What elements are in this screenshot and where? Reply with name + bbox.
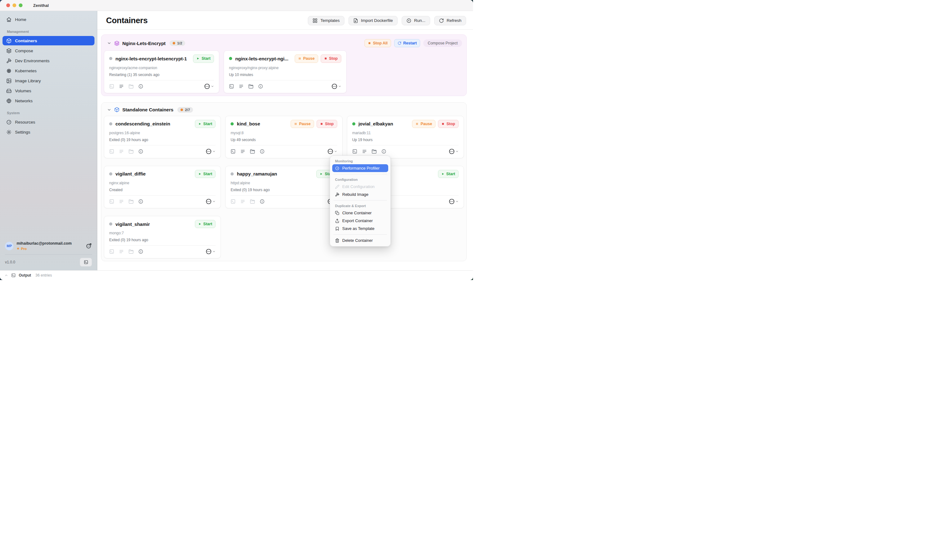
info-icon[interactable]: [138, 199, 143, 204]
start-button[interactable]: Start: [195, 120, 215, 128]
more-actions-button[interactable]: [327, 148, 337, 155]
more-actions-button[interactable]: [331, 83, 341, 89]
more-actions-button[interactable]: [449, 198, 458, 205]
start-button[interactable]: Start: [438, 170, 458, 178]
more-actions-button[interactable]: [449, 148, 458, 155]
logs-icon: [119, 149, 124, 154]
layers-icon: [114, 41, 120, 46]
menu-item-save-as-template[interactable]: Save as Template: [332, 225, 388, 232]
restart-icon: [398, 41, 401, 45]
ellipsis-circle-icon: [206, 248, 212, 255]
menu-item-export-container[interactable]: Export Container: [332, 217, 388, 225]
info-icon[interactable]: [138, 149, 143, 154]
menu-item-performance-profiler[interactable]: Performance Profiler: [332, 164, 388, 172]
divider: [109, 195, 215, 195]
start-button[interactable]: Start: [195, 220, 215, 228]
container-name: kind_bose: [237, 121, 260, 126]
run-button[interactable]: Run...: [401, 16, 430, 25]
refresh-button[interactable]: Refresh: [434, 16, 466, 25]
sidebar-item-kubernetes[interactable]: Kubernetes: [3, 66, 94, 75]
import-dockerfile-button[interactable]: Import Dockerfile: [349, 16, 398, 25]
stop-button[interactable]: Stop: [321, 54, 341, 63]
more-actions-button[interactable]: [206, 248, 215, 255]
files-folder-icon[interactable]: [372, 149, 377, 154]
collapse-chevron-icon[interactable]: [107, 108, 111, 112]
container-card-vigilant-shamir: vigilant_shamir Start mongo:7: [104, 216, 221, 258]
container-card-condescending-einstein: condescending_einstein Start postgres:16…: [104, 116, 221, 158]
output-panel-toggle[interactable]: Output: [5, 273, 31, 277]
info-icon[interactable]: [138, 84, 143, 89]
logs-icon[interactable]: [239, 84, 244, 89]
logs-icon[interactable]: [240, 149, 245, 154]
gauge-icon: [335, 166, 340, 171]
info-icon[interactable]: [138, 249, 143, 254]
bookmark-icon: [335, 226, 340, 231]
sidebar-item-volumes[interactable]: Volumes: [3, 86, 94, 95]
menu-item-rebuild-image[interactable]: Rebuild Image: [332, 191, 388, 198]
exec-terminal-icon[interactable]: [231, 149, 235, 154]
sidebar-item-networks[interactable]: Networks: [3, 96, 94, 105]
window-title: Zenithal: [33, 3, 49, 8]
logs-icon: [119, 249, 124, 254]
start-button[interactable]: Start: [193, 54, 214, 63]
avatar: MP: [5, 242, 14, 250]
logs-icon[interactable]: [362, 149, 367, 154]
pause-button[interactable]: Pause: [291, 120, 314, 128]
close-window-button[interactable]: [6, 3, 10, 7]
divider: [109, 245, 215, 246]
sidebar-item-home[interactable]: Home: [3, 15, 94, 24]
exec-terminal-icon[interactable]: [229, 84, 234, 89]
zoom-window-button[interactable]: [19, 3, 23, 7]
divider: [334, 174, 387, 174]
status-dot: [109, 172, 112, 175]
container-status: Up 19 hours: [352, 138, 458, 142]
sidebar-item-image-library[interactable]: Image Library: [3, 76, 94, 85]
package-icon: [114, 107, 120, 112]
container-card-kind-bose: kind_bose Pause Stop: [225, 116, 342, 158]
sidebar-item-dev-environments[interactable]: Dev Environments: [3, 56, 94, 65]
minimize-window-button[interactable]: [12, 3, 16, 7]
more-actions-button[interactable]: [206, 198, 215, 205]
container-name: vigilant_diffie: [115, 171, 146, 177]
info-icon[interactable]: [260, 149, 265, 154]
more-actions-button[interactable]: [204, 83, 214, 89]
exec-terminal-icon: [109, 249, 114, 254]
stop-button[interactable]: Stop: [438, 120, 458, 128]
desktop: Zenithal Home Management Containers Comp…: [0, 0, 473, 280]
stop-all-button[interactable]: Stop All: [365, 39, 391, 47]
menu-item-delete-container[interactable]: Delete Container: [332, 237, 388, 244]
restart-button[interactable]: Restart: [394, 39, 420, 47]
pause-button[interactable]: Pause: [295, 54, 318, 63]
pause-button[interactable]: Pause: [412, 120, 435, 128]
sidebar-item-settings[interactable]: Settings: [3, 127, 94, 137]
logs-icon[interactable]: [119, 84, 124, 89]
templates-button[interactable]: Templates: [308, 16, 345, 25]
home-icon: [6, 17, 12, 22]
stop-square-icon: [441, 122, 445, 125]
sidebar-item-resources[interactable]: Resources: [3, 117, 94, 127]
divider: [231, 195, 337, 195]
collapse-chevron-icon[interactable]: [107, 41, 111, 45]
sidebar-item-containers[interactable]: Containers: [3, 36, 94, 45]
stop-button[interactable]: Stop: [317, 120, 337, 128]
menu-section-duplicate-export: Duplicate & Export: [332, 202, 388, 209]
exec-terminal-icon[interactable]: [352, 149, 357, 154]
start-button[interactable]: Start: [195, 170, 215, 178]
menu-item-clone-container[interactable]: Clone Container: [332, 209, 388, 217]
terminal-button[interactable]: [80, 258, 92, 266]
container-image-fragment: o: [382, 181, 458, 185]
container-status: Up 49 seconds: [231, 138, 337, 142]
menu-section-monitoring: Monitoring: [332, 158, 388, 164]
files-folder-icon[interactable]: [250, 149, 255, 154]
chevron-down-icon: [334, 150, 337, 153]
files-folder-icon[interactable]: [248, 84, 254, 89]
sidebar-item-compose[interactable]: Compose: [3, 46, 94, 55]
more-actions-button[interactable]: [206, 148, 215, 155]
container-image: nginxproxy/nginx-proxy:alpine: [229, 66, 341, 70]
info-icon[interactable]: [258, 84, 263, 89]
files-folder-icon: [250, 199, 255, 204]
logs-icon: [119, 199, 124, 204]
info-icon[interactable]: [381, 149, 386, 154]
info-icon[interactable]: [260, 199, 265, 204]
sign-out-icon[interactable]: [86, 243, 92, 249]
